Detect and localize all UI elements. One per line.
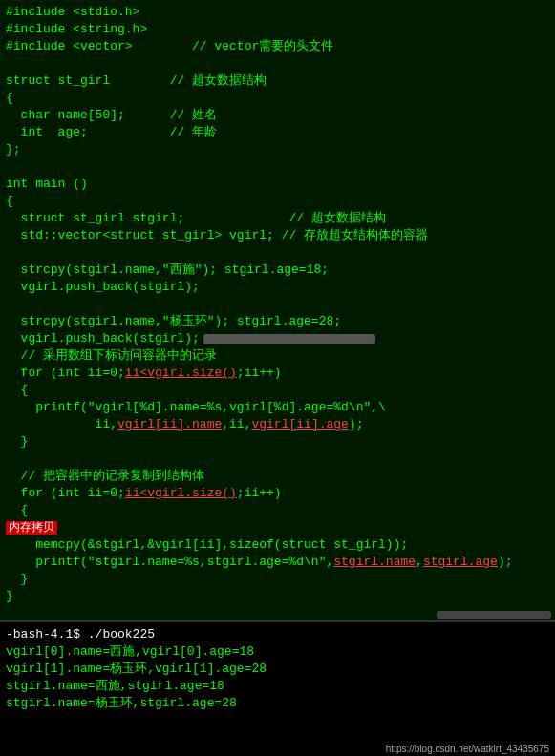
code-line-29: for (int ii=0;ii<vgirl.size();ii++)	[6, 485, 549, 502]
code-line-22: for (int ii=0;ii<vgirl.size();ii++)	[6, 365, 549, 382]
terminal-output-2: vgirl[1].name=杨玉环,vgirl[1].age=28	[6, 661, 549, 678]
code-editor: #include <stdio.h> #include <string.h> #…	[0, 0, 555, 620]
code-line-27	[6, 451, 549, 468]
terminal-panel: -bash-4.1$ ./book225 vgirl[0].name=西施,vg…	[0, 620, 555, 756]
code-line-16: strcpy(stgirl.name,"西施"); stgirl.age=18;	[6, 262, 549, 279]
code-line-30: {	[6, 502, 549, 519]
code-line-32: memcpy(&stgirl,&vgirl[ii],sizeof(struct …	[6, 536, 549, 554]
code-line-9: };	[6, 141, 549, 158]
code-line-33: printf("stgirl.name=%s,stgirl.age=%d\n",…	[6, 554, 549, 571]
code-line-28: // 把容器中的记录复制到结构体	[6, 468, 549, 485]
code-line-20: vgirl.push_back(stgirl);	[6, 330, 549, 347]
code-line-21: // 采用数组下标访问容器中的记录	[6, 347, 549, 365]
code-line-1: #include <stdio.h>	[6, 4, 549, 21]
code-line-13: struct st_girl stgirl; // 超女数据结构	[6, 210, 549, 227]
terminal-output-3: stgirl.name=西施,stgirl.age=18	[6, 678, 549, 695]
code-line-12: {	[6, 193, 549, 210]
code-line-31: 内存拷贝	[6, 519, 549, 536]
code-line-19: strcpy(stgirl.name,"杨玉环"); stgirl.age=28…	[6, 313, 549, 330]
code-line-26: }	[6, 433, 549, 451]
code-line-18	[6, 296, 549, 313]
code-line-17: vgirl.push_back(stgirl);	[6, 279, 549, 296]
code-line-7: char name[50]; // 姓名	[6, 107, 549, 124]
scrollbar-horizontal[interactable]	[437, 611, 551, 619]
code-line-6: {	[6, 90, 549, 107]
code-line-35: }	[6, 588, 549, 605]
code-line-23: {	[6, 382, 549, 399]
code-line-8: int age; // 年龄	[6, 124, 549, 141]
code-line-15	[6, 244, 549, 262]
watermark-text: https://blog.csdn.net/watkirt_43435675	[386, 744, 549, 754]
code-line-25: ii,vgirl[ii].name,ii,vgirl[ii].age);	[6, 416, 549, 433]
terminal-output-4: stgirl.name=杨玉环,stgirl.age=28	[6, 695, 549, 712]
code-line-10	[6, 158, 549, 176]
code-line-3: #include <vector> // vector需要的头文件	[6, 38, 549, 55]
terminal-prompt: -bash-4.1$ ./book225	[6, 626, 549, 643]
code-line-24: printf("vgirl[%d].name=%s,vgirl[%d].age=…	[6, 399, 549, 416]
code-line-5: struct st_girl // 超女数据结构	[6, 73, 549, 90]
code-line-11: int main ()	[6, 176, 549, 193]
code-line-2: #include <string.h>	[6, 21, 549, 38]
code-line-34: }	[6, 571, 549, 588]
code-line-14: std::vector<struct st_girl> vgirl; // 存放…	[6, 227, 549, 244]
terminal-output-1: vgirl[0].name=西施,vgirl[0].age=18	[6, 643, 549, 661]
code-line-4	[6, 55, 549, 73]
